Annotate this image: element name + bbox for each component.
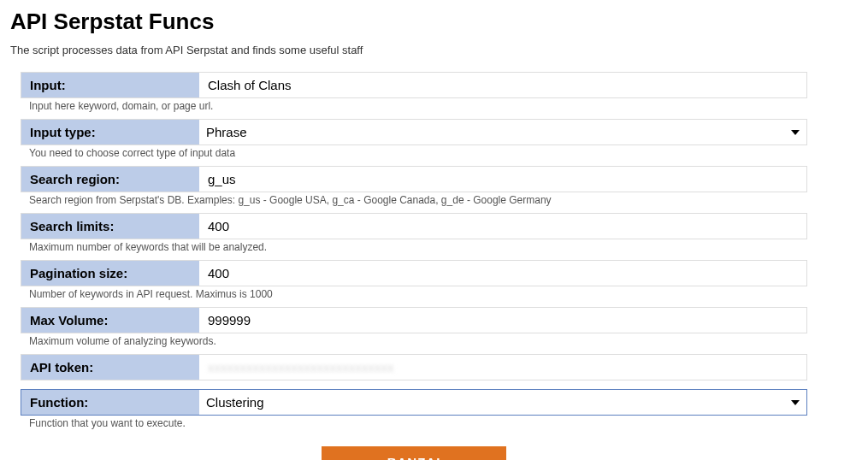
row-input: Input: (21, 72, 807, 98)
label-function: Function: (21, 390, 199, 415)
label-search-region: Search region: (21, 167, 199, 192)
label-pagination-size: Pagination size: (21, 261, 199, 286)
label-input: Input: (21, 73, 199, 97)
search-region-field[interactable] (199, 167, 806, 192)
api-token-field[interactable] (199, 355, 806, 380)
hint-max-volume: Maximum volume of analyzing keywords. (21, 333, 807, 354)
page-subtitle: The script processes data from API Serps… (10, 44, 858, 56)
form-wrapper: Input: Input here keyword, domain, or pa… (10, 72, 858, 460)
hint-pagination-size: Number of keywords in API request. Maxim… (21, 286, 807, 307)
page-title: API Serpstat Funcs (10, 9, 858, 35)
row-api-token: API token: (21, 354, 807, 380)
input-field[interactable] (199, 73, 806, 97)
hint-function: Function that you want to execute. (21, 416, 807, 436)
row-max-volume: Max Volume: (21, 307, 807, 333)
row-search-limits: Search limits: (21, 213, 807, 239)
row-pagination-size: Pagination size: (21, 260, 807, 286)
label-input-type: Input type: (21, 120, 199, 144)
row-function: Function: Clustering (21, 389, 807, 416)
submit-button[interactable]: BANZAI (322, 446, 506, 460)
hint-input-type: You need to choose correct type of input… (21, 145, 807, 166)
label-api-token: API token: (21, 355, 199, 380)
pagination-size-field[interactable] (199, 261, 806, 286)
input-type-select[interactable]: Phrase (199, 120, 806, 144)
hint-search-limits: Maximum number of keywords that will be … (21, 239, 807, 260)
label-search-limits: Search limits: (21, 214, 199, 239)
hint-search-region: Search region from Serpstat's DB. Exampl… (21, 192, 807, 213)
search-limits-field[interactable] (199, 214, 806, 239)
hint-input: Input here keyword, domain, or page url. (21, 98, 807, 119)
max-volume-field[interactable] (199, 308, 806, 333)
label-max-volume: Max Volume: (21, 308, 199, 333)
row-search-region: Search region: (21, 166, 807, 192)
submit-wrapper: BANZAI (21, 446, 807, 460)
function-select[interactable]: Clustering (199, 390, 806, 415)
row-input-type: Input type: Phrase (21, 119, 807, 145)
